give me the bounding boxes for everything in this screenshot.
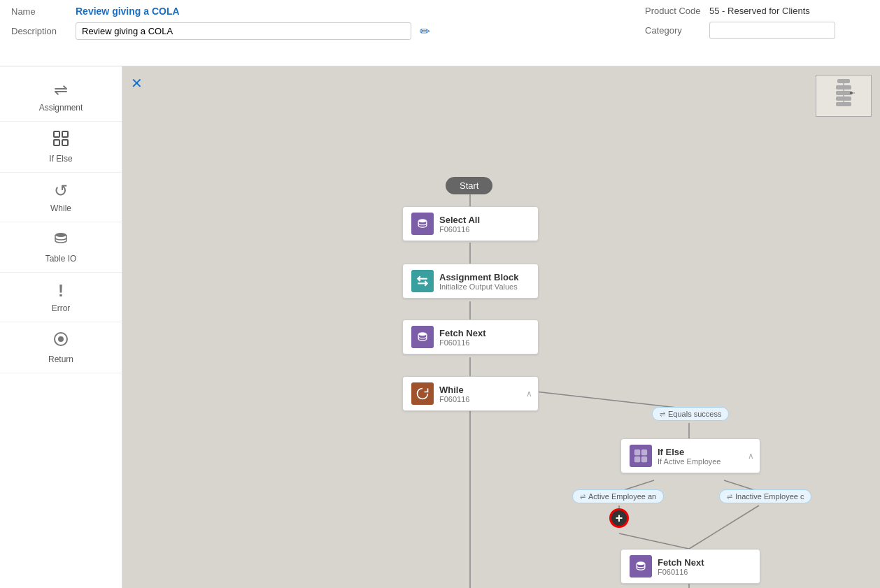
- if-else-node-icon: [630, 445, 652, 467]
- svg-point-41: [637, 561, 645, 565]
- svg-rect-39: [635, 457, 640, 462]
- svg-rect-1: [62, 131, 68, 137]
- svg-rect-38: [642, 450, 647, 455]
- category-label: Category: [645, 25, 701, 36]
- assignment-block-text: Assignment Block Initialize Output Value…: [439, 272, 518, 291]
- svg-rect-10: [836, 96, 851, 101]
- svg-line-27: [619, 533, 689, 549]
- svg-rect-8: [836, 85, 851, 89]
- while-node[interactable]: While F060116 ∧: [402, 376, 539, 411]
- active-employee-badge: ⇌ Active Employee an: [572, 489, 664, 503]
- while-chevron-icon: ∧: [526, 389, 532, 399]
- inactive-employee-badge: ⇌ Inactive Employee c: [719, 489, 811, 503]
- fetch-next-1-node[interactable]: Fetch Next F060116: [402, 320, 539, 354]
- header-left: Name Review giving a COLA Description ✏: [11, 6, 617, 40]
- if-else-icon: [52, 130, 69, 151]
- minimap: [816, 75, 872, 117]
- sidebar-item-label-error: Error: [52, 303, 71, 313]
- if-else-node[interactable]: If Else If Active Employee ∧: [620, 438, 760, 473]
- product-code-row: Product Code 55 - Reserved for Clients: [645, 6, 869, 16]
- category-row: Category: [645, 22, 869, 39]
- category-input[interactable]: [709, 22, 835, 39]
- table-io-icon: [52, 231, 69, 251]
- error-icon: !: [58, 281, 64, 301]
- assignment-block-node[interactable]: Assignment Block Initialize Output Value…: [402, 264, 539, 299]
- fetch-next-2-icon: [630, 555, 652, 578]
- return-icon: [52, 331, 69, 352]
- while-text: While F060116: [439, 385, 469, 403]
- sidebar-item-label-return: Return: [48, 354, 73, 364]
- name-label: Name: [11, 6, 67, 17]
- svg-rect-40: [642, 457, 647, 462]
- if-else-chevron-icon: ∧: [748, 451, 754, 461]
- fetch-next-2-node[interactable]: Fetch Next F060116: [620, 549, 760, 584]
- product-code-value: 55 - Reserved for Clients: [709, 6, 810, 16]
- minimap-inner: [816, 76, 871, 116]
- svg-rect-7: [837, 79, 850, 83]
- svg-point-36: [418, 332, 427, 336]
- sidebar-item-assignment[interactable]: ⇌ Assignment: [0, 72, 122, 122]
- sidebar: ⇌ Assignment If Else ↺ While: [0, 66, 122, 588]
- svg-rect-3: [62, 140, 68, 145]
- inactive-badge-icon: ⇌: [727, 493, 732, 501]
- select-all-icon: [411, 213, 434, 235]
- sidebar-item-error[interactable]: ! Error: [0, 273, 122, 322]
- add-step-button[interactable]: +: [609, 508, 629, 528]
- svg-point-33: [418, 219, 427, 222]
- sidebar-item-table-io[interactable]: Table IO: [0, 222, 122, 273]
- header-right: Product Code 55 - Reserved for Clients C…: [645, 6, 869, 39]
- badge-icon: ⇌: [660, 410, 665, 418]
- svg-point-6: [59, 337, 63, 341]
- svg-rect-9: [836, 91, 851, 95]
- description-row: Description ✏: [11, 22, 617, 40]
- svg-rect-37: [635, 450, 640, 455]
- svg-line-28: [689, 505, 759, 549]
- name-value: Review giving a COLA: [76, 6, 180, 17]
- sidebar-item-label-table-io: Table IO: [45, 254, 77, 264]
- sidebar-item-label-while: While: [50, 203, 71, 213]
- active-badge-icon: ⇌: [580, 493, 586, 501]
- edit-icon[interactable]: ✏: [420, 24, 430, 39]
- svg-rect-11: [836, 102, 851, 106]
- canvas-toolbar: ✕: [131, 75, 143, 92]
- name-row: Name Review giving a COLA: [11, 6, 617, 17]
- sidebar-item-return[interactable]: Return: [0, 322, 122, 373]
- fetch-next-2-text: Fetch Next F060116: [658, 557, 704, 576]
- sidebar-item-label-assignment: Assignment: [39, 103, 83, 113]
- svg-rect-2: [54, 140, 59, 145]
- if-else-text: If Else If Active Employee: [658, 447, 721, 466]
- product-code-label: Product Code: [645, 6, 701, 16]
- header: Name Review giving a COLA Description ✏ …: [0, 0, 880, 66]
- canvas-close-button[interactable]: ✕: [131, 75, 143, 92]
- sidebar-item-if-else[interactable]: If Else: [0, 122, 122, 173]
- svg-rect-0: [54, 131, 59, 137]
- while-icon: ↺: [54, 181, 68, 201]
- description-input[interactable]: [76, 22, 411, 40]
- svg-point-4: [55, 233, 66, 237]
- select-all-text: Select All F060116: [439, 215, 480, 234]
- while-icon: [411, 382, 434, 405]
- canvas[interactable]: ✕: [122, 66, 880, 588]
- select-all-node[interactable]: Select All F060116: [402, 206, 539, 241]
- assignment-icon: ⇌: [54, 80, 68, 100]
- fetch-next-1-text: Fetch Next F060116: [439, 328, 485, 347]
- start-node: Start: [446, 177, 492, 194]
- main-layout: ⇌ Assignment If Else ↺ While: [0, 66, 880, 588]
- assignment-block-icon: [411, 270, 434, 292]
- sidebar-item-label-if-else: If Else: [49, 154, 72, 164]
- fetch-next-1-icon: [411, 326, 434, 348]
- equals-success-badge: ⇌ Equals success: [652, 407, 729, 421]
- sidebar-item-while[interactable]: ↺ While: [0, 173, 122, 222]
- description-label: Description: [11, 26, 67, 36]
